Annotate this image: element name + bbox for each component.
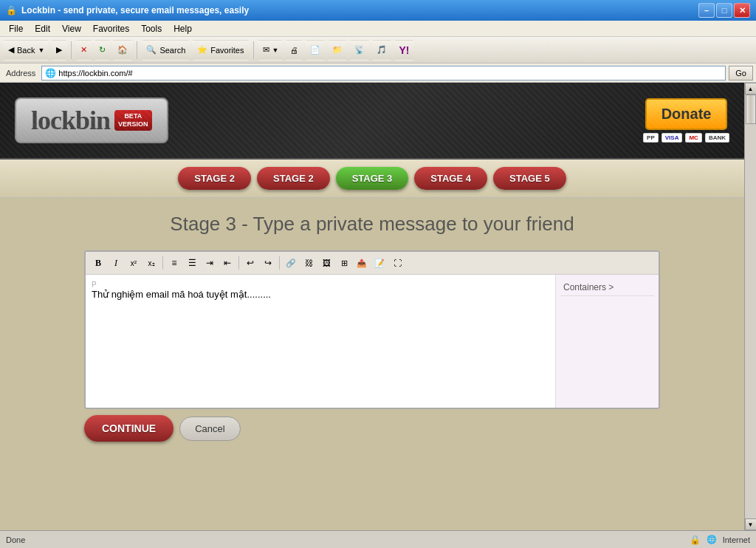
visa-icon: VISA (662, 133, 683, 143)
address-bar: Address 🌐 https://lockbin.com/# Go (0, 64, 756, 83)
home-button[interactable]: 🏠 (112, 40, 133, 61)
stage5-button[interactable]: STAGE 5 (493, 167, 566, 190)
rss-button[interactable]: 📡 (349, 40, 370, 61)
image-button[interactable]: 🖼 (318, 255, 334, 271)
subscript-button[interactable]: x₂ (143, 255, 159, 271)
logo-box: lockbin BETA VERSION (15, 97, 168, 143)
mail-button[interactable]: ✉ ▼ (258, 40, 284, 61)
back-label: Back (17, 46, 35, 55)
menu-edit[interactable]: Edit (29, 22, 56, 35)
status-text: Done (6, 535, 684, 544)
continue-button[interactable]: CONTINUE (84, 415, 173, 442)
folder-button[interactable]: 📁 (327, 40, 348, 61)
bold-button[interactable]: B (90, 255, 106, 271)
title-bar-buttons: – □ ✕ (698, 3, 750, 18)
refresh-icon: ↻ (99, 45, 106, 55)
close-button[interactable]: ✕ (734, 3, 750, 18)
editor-paragraph-marker: P (92, 281, 549, 289)
scroll-thumb[interactable] (746, 95, 756, 124)
browser-toolbar: ◀ Back ▼ ▶ ✕ ↻ 🏠 🔍 Search ⭐ Favorites ✉ … (0, 37, 756, 64)
address-label: Address (3, 69, 38, 78)
print-icon: 🖨 (290, 46, 298, 55)
favorites-button[interactable]: ⭐ Favorites (192, 40, 249, 61)
stage2a-button[interactable]: STAGE 2 (178, 167, 251, 190)
page-area: lockbin BETA VERSION Donate PP VISA MC B… (0, 83, 744, 530)
ordered-list-button[interactable]: ≡ (166, 255, 182, 271)
link-button[interactable]: 🔗 (283, 255, 299, 271)
stage2b-button[interactable]: STAGE 2 (257, 167, 330, 190)
paypal-icon: PP (643, 133, 659, 143)
table-button[interactable]: ⊞ (336, 255, 352, 271)
editor-sep-1 (162, 256, 163, 270)
undo-button[interactable]: ↩ (242, 255, 258, 271)
stop-button[interactable]: ✕ (75, 40, 92, 61)
mail-icon: ✉ (263, 45, 269, 55)
stage3-button[interactable]: STAGE 3 (336, 167, 409, 190)
editor-body: P Thử nghiệm email mã hoá tuyệt mật.....… (86, 275, 659, 408)
stage-title: Stage 3 - Type a private message to your… (84, 213, 660, 236)
refresh-button[interactable]: ↻ (94, 40, 111, 61)
scroll-track[interactable] (745, 95, 757, 518)
editor-content[interactable]: Thử nghiệm email mã hoá tuyệt mật.......… (92, 289, 549, 300)
go-button[interactable]: Go (729, 66, 753, 81)
upload-button[interactable]: 📤 (354, 255, 370, 271)
forward-button[interactable]: ▶ (51, 40, 67, 61)
indent-button[interactable]: ⇥ (202, 255, 218, 271)
menu-favorites[interactable]: Favorites (87, 22, 135, 35)
status-bar: Done 🔒 🌐 Internet (0, 530, 756, 548)
lock-icon: 🔒 (690, 535, 701, 545)
search-button[interactable]: 🔍 Search (141, 40, 190, 61)
toolbar-sep-1 (71, 41, 72, 59)
beta-line2: VERSION (118, 120, 148, 129)
title-bar: 🔒 Lockbin - send private, secure email m… (0, 0, 756, 21)
status-right: 🔒 🌐 Internet (690, 535, 750, 545)
star-icon: ⭐ (197, 45, 207, 55)
window-title: Lockbin - send private, secure email mes… (21, 5, 698, 16)
mail-dropdown-icon: ▼ (272, 47, 279, 54)
menu-help[interactable]: Help (168, 22, 198, 35)
scroll-down-arrow[interactable]: ▼ (745, 518, 757, 530)
donate-button[interactable]: Donate (645, 98, 728, 130)
menu-file[interactable]: File (3, 22, 29, 35)
zone-icon: 🌐 (707, 535, 717, 544)
stage-navigation: STAGE 2 STAGE 2 STAGE 3 STAGE 4 STAGE 5 (0, 160, 744, 198)
favorites-label: Favorites (210, 46, 244, 55)
source-button[interactable]: 📝 (371, 255, 388, 271)
print2-icon: 📄 (310, 45, 320, 55)
back-dropdown-icon: ▼ (38, 47, 44, 54)
outdent-button[interactable]: ⇤ (219, 255, 236, 271)
superscript-button[interactable]: x² (126, 255, 142, 271)
media-icon: 🎵 (377, 45, 387, 55)
scroll-up-arrow[interactable]: ▲ (745, 83, 757, 95)
editor-sep-3 (279, 256, 280, 270)
back-button[interactable]: ◀ Back ▼ (3, 40, 49, 61)
editor-sep-2 (238, 256, 239, 270)
menu-view[interactable]: View (56, 22, 87, 35)
print2-button[interactable]: 📄 (305, 40, 326, 61)
main-content: Stage 3 - Type a private message to your… (0, 198, 744, 456)
minimize-button[interactable]: – (698, 3, 715, 18)
editor-main[interactable]: P Thử nghiệm email mã hoá tuyệt mật.....… (86, 275, 555, 408)
menu-bar: File Edit View Favorites Tools Help (0, 21, 756, 37)
toolbar-sep-3 (253, 41, 254, 59)
cancel-button[interactable]: Cancel (179, 417, 240, 441)
stop-icon: ✕ (80, 45, 87, 55)
yahoo-icon: Y! (399, 44, 409, 56)
maximize-button[interactable]: □ (716, 3, 732, 18)
right-scrollbar[interactable]: ▲ ▼ (744, 83, 756, 530)
menu-tools[interactable]: Tools (135, 22, 168, 35)
redo-button[interactable]: ↪ (260, 255, 276, 271)
yahoo-button[interactable]: Y! (394, 40, 414, 61)
address-input-container[interactable]: 🌐 https://lockbin.com/# (41, 66, 726, 81)
unordered-list-button[interactable]: ☰ (184, 255, 200, 271)
unlink-button[interactable]: ⛓ (300, 255, 317, 271)
fullscreen-button[interactable]: ⛶ (389, 255, 405, 271)
logo-text: lockbin (31, 105, 110, 136)
print-button[interactable]: 🖨 (285, 40, 303, 61)
toolbar-sep-2 (137, 41, 137, 59)
italic-button[interactable]: I (108, 255, 124, 271)
editor-container: B I x² x₂ ≡ ☰ ⇥ ⇤ ↩ ↪ 🔗 ⛓ (84, 250, 660, 409)
media-button[interactable]: 🎵 (371, 40, 392, 61)
stage4-button[interactable]: STAGE 4 (414, 167, 487, 190)
search-icon: 🔍 (146, 45, 157, 55)
